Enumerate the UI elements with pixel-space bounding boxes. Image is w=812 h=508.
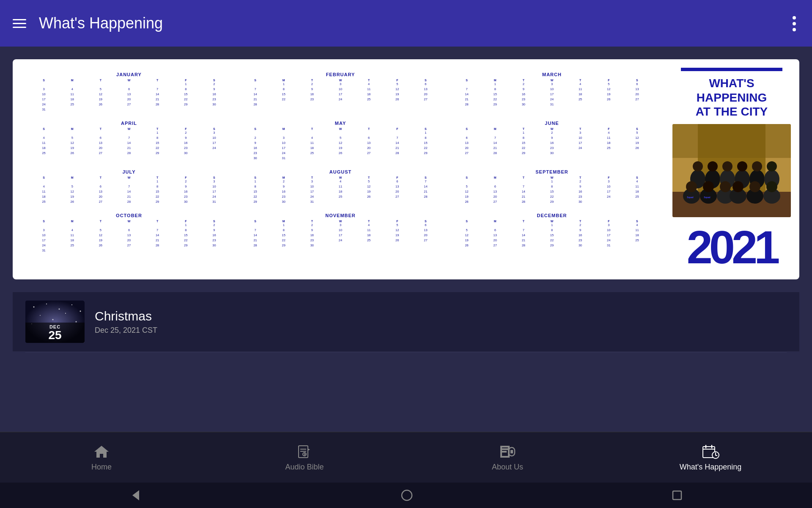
cal-day: 10	[595, 184, 623, 189]
cal-day: 9	[566, 184, 595, 189]
cal-day: 17	[269, 146, 298, 151]
cal-day: 26	[58, 199, 86, 204]
cal-day: 18	[623, 233, 651, 238]
cal-day: 24	[30, 102, 58, 107]
cal-day: 6	[481, 228, 509, 233]
nav-about-us[interactable]: About Us	[406, 443, 609, 472]
svg-point-27	[686, 181, 697, 192]
cal-day: 16	[269, 189, 298, 194]
nav-home[interactable]: Home	[0, 443, 203, 472]
cal-day: 22	[143, 146, 172, 151]
cal-day: 11	[30, 189, 58, 194]
cal-day: 30	[172, 199, 200, 204]
cal-day: 28	[143, 102, 172, 107]
cal-body: 1234567891011121314151617181920212223242…	[453, 82, 651, 107]
cal-day: 25	[298, 151, 326, 156]
cal-day: 25	[355, 238, 383, 243]
cal-day: 14	[383, 141, 411, 146]
bottom-nav: Home Audio Bible	[0, 432, 812, 483]
cal-day: 14	[115, 189, 143, 194]
cal-day: 25	[30, 199, 58, 204]
event-title: Christmas	[95, 309, 787, 323]
cal-day: 12	[595, 87, 623, 92]
cal-day: 16	[566, 233, 595, 238]
svg-marker-73	[132, 490, 139, 500]
cal-day: 17	[326, 92, 354, 97]
cal-day: 3	[326, 82, 354, 87]
cal-day: 8	[269, 87, 298, 92]
cal-day: 4	[566, 82, 595, 87]
cal-day: 25	[595, 146, 623, 151]
nav-whats-happening[interactable]: What's Happening	[609, 443, 812, 472]
cal-day: 14	[453, 92, 481, 97]
cal-day: 2	[538, 130, 566, 135]
more-options-button[interactable]	[789, 12, 799, 35]
cal-header: SMTWTFS	[241, 79, 440, 82]
svg-text:Squad: Squad	[704, 196, 710, 199]
cal-day: 2	[298, 82, 326, 87]
cal-day: 19	[326, 146, 354, 151]
svg-rect-12	[672, 124, 791, 158]
cal-day: 27	[623, 97, 651, 102]
cal-day: 6	[86, 135, 115, 141]
cal-day: 28	[143, 243, 172, 248]
svg-rect-61	[500, 446, 502, 458]
cal-day: 4	[326, 179, 354, 184]
cal-day: 1	[269, 82, 298, 87]
cal-day: 28	[453, 102, 481, 107]
cal-day: 18	[566, 92, 595, 97]
cal-day: 2	[172, 179, 200, 184]
calendar-card: JANUARYSMTWTFS12345678910111213141516171…	[13, 59, 799, 279]
cal-day: 24	[566, 146, 595, 151]
cal-day: 28	[411, 194, 440, 199]
cal-day: 7	[115, 135, 143, 141]
event-thumbnail: DEC 25	[25, 301, 85, 343]
cal-header: SMTWTFS	[241, 220, 440, 223]
cal-day: 29	[481, 102, 509, 107]
recents-button[interactable]	[671, 489, 683, 501]
back-button[interactable]	[129, 489, 143, 502]
cal-day: 15	[241, 189, 269, 194]
cal-body: 1234567891011121314151617181920212223242…	[453, 223, 651, 248]
cal-day: 24	[538, 97, 566, 102]
cal-day: 23	[269, 194, 298, 199]
cal-day: 13	[481, 189, 509, 194]
cal-day: 6	[481, 184, 509, 189]
cal-day: 4	[30, 135, 58, 141]
cal-day: 5	[58, 184, 86, 189]
nav-audio-bible[interactable]: Audio Bible	[203, 443, 406, 472]
cal-day: 4	[623, 179, 651, 184]
cal-day: 6	[453, 135, 481, 141]
cal-body: 1234567891011121314151617181920212223242…	[30, 130, 228, 156]
cal-day: 31	[269, 156, 298, 161]
menu-button[interactable]	[13, 19, 26, 28]
cal-day: 10	[30, 92, 58, 97]
cal-day: 19	[595, 92, 623, 97]
cal-day: 17	[298, 189, 326, 194]
top-bar: What's Happening	[0, 0, 812, 47]
cal-day: 26	[86, 243, 115, 248]
month-block-september: SEPTEMBERSMTWTFS123456789101112131415161…	[453, 169, 651, 204]
cal-day: 2	[566, 179, 595, 184]
home-button[interactable]	[400, 489, 414, 502]
cal-day: 15	[172, 233, 200, 238]
cal-day: 12	[383, 87, 411, 92]
cal-header: SMTWTFS	[30, 220, 228, 223]
cal-day: 11	[595, 135, 623, 141]
cal-day: 10	[269, 141, 298, 146]
cal-body: 1234567891011121314151617181920212223242…	[241, 82, 440, 107]
cal-day: 24	[595, 238, 623, 243]
blue-bar	[681, 68, 782, 71]
cal-day: 5	[383, 223, 411, 228]
cal-day: 15	[172, 92, 200, 97]
cal-day: 11	[355, 87, 383, 92]
event-date-overlay: DEC 25	[25, 323, 85, 343]
cal-day: 29	[509, 151, 538, 156]
calendar-left: JANUARYSMTWTFS12345678910111213141516171…	[13, 59, 664, 279]
cal-day: 12	[86, 233, 115, 238]
cal-day: 20	[411, 92, 440, 97]
event-item[interactable]: DEC 25 Christmas Dec 25, 2021 CST	[13, 292, 799, 351]
cal-day: 22	[411, 146, 440, 151]
cal-day: 21	[115, 194, 143, 199]
cal-day: 23	[241, 151, 269, 156]
